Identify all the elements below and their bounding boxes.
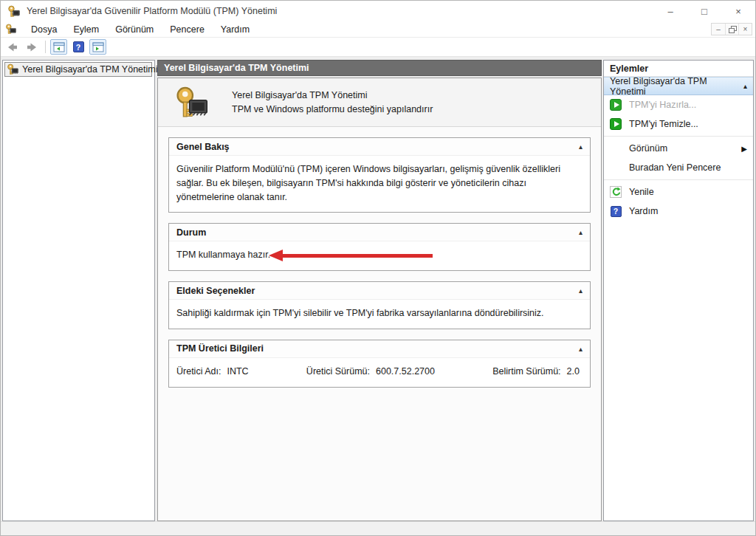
help-icon: ? bbox=[73, 41, 84, 52]
show-console-tree-button[interactable] bbox=[50, 39, 67, 55]
actions-divider bbox=[604, 179, 753, 180]
menu-eylem[interactable]: Eylem bbox=[66, 23, 106, 36]
mdi-close-button[interactable]: × bbox=[738, 24, 752, 35]
collapse-icon[interactable]: ▴ bbox=[579, 228, 583, 236]
help-button[interactable]: ? bbox=[69, 39, 88, 55]
submenu-arrow-icon: ▶ bbox=[741, 145, 747, 153]
tpm-management-window: Yerel Bilgisayar'da Güvenilir Platform M… bbox=[0, 0, 756, 536]
field-value: 600.7.52.2700 bbox=[376, 366, 435, 377]
window-title: Yerel Bilgisayar'da Güvenilir Platform M… bbox=[27, 6, 277, 16]
tpm-key-icon bbox=[5, 24, 16, 35]
mdi-minimize-button[interactable]: – bbox=[712, 24, 725, 35]
menu-dosya[interactable]: Dosya bbox=[24, 23, 64, 36]
section-manufacturer: TPM Üretici Bilgileri ▴ Üretici Adı:INTC… bbox=[168, 340, 591, 388]
actions-panel-title: Eylemler bbox=[604, 61, 753, 77]
collapse-icon[interactable]: ▴ bbox=[579, 286, 583, 295]
actions-group-header[interactable]: Yerel Bilgisayar'da TPM Yönetimi ▴ bbox=[604, 77, 753, 95]
toolbar: ? bbox=[1, 38, 755, 57]
center-panel: Yerel Bilgisayar'da TPM Yönetimi Yerel B… bbox=[157, 60, 602, 521]
field-value: INTC bbox=[227, 366, 248, 377]
field-label: Üretici Adı: bbox=[176, 366, 221, 377]
annotation-red-arrow bbox=[269, 250, 433, 261]
red-arrow-head bbox=[269, 250, 283, 261]
banner-text: Yerel Bilgisayar'da TPM Yönetimi TPM ve … bbox=[232, 89, 433, 115]
forward-arrow-icon bbox=[27, 41, 38, 53]
manufacturer-fields: Üretici Adı:INTC Üretici Sürümü:600.7.52… bbox=[176, 365, 583, 379]
action-label: Görünüm bbox=[629, 143, 667, 154]
minimize-button[interactable]: – bbox=[653, 1, 687, 21]
field-manufacturer-name: Üretici Adı:INTC bbox=[176, 365, 249, 379]
back-button[interactable] bbox=[2, 39, 21, 55]
menu-bar: Dosya Eylem Görünüm Pencere Yardım – × bbox=[1, 21, 755, 38]
tpm-banner: Yerel Bilgisayar'da TPM Yönetimi TPM ve … bbox=[158, 78, 601, 127]
action-prepare-tpm: TPM'yi Hazırla... bbox=[604, 95, 753, 114]
back-arrow-icon bbox=[6, 41, 18, 53]
section-title: Genel Bakış bbox=[176, 142, 230, 152]
banner-title: Yerel Bilgisayar'da TPM Yönetimi bbox=[232, 89, 433, 102]
mdi-window-controls: – × bbox=[711, 23, 752, 35]
menu-pencere[interactable]: Pencere bbox=[162, 23, 212, 36]
section-options: Eldeki Seçenekler ▴ Sahipliği kaldırmak … bbox=[168, 281, 591, 329]
action-label: Buradan Yeni Pencere bbox=[629, 162, 721, 173]
new-window-button[interactable] bbox=[89, 39, 106, 55]
section-title: Eldeki Seçenekler bbox=[176, 286, 255, 296]
maximize-button[interactable]: □ bbox=[687, 1, 721, 21]
action-label: TPM'yi Temizle... bbox=[629, 119, 698, 129]
section-status-body: TPM kullanmaya hazır. bbox=[169, 241, 590, 270]
status-text: TPM kullanmaya hazır. bbox=[176, 250, 270, 260]
tree-item-label: Yerel Bilgisayar'da TPM Yönetimi bbox=[22, 64, 158, 75]
action-refresh[interactable]: Yenile bbox=[604, 182, 753, 202]
field-label: Üretici Sürümü: bbox=[306, 366, 370, 377]
restore-icon bbox=[729, 26, 736, 32]
section-overview-body: Güvenilir Platform Modülü'nü (TPM) içere… bbox=[169, 156, 590, 212]
center-panel-body: Yerel Bilgisayar'da TPM Yönetimi TPM ve … bbox=[157, 78, 602, 521]
action-clear-tpm[interactable]: TPM'yi Temizle... bbox=[604, 114, 753, 134]
collapse-icon[interactable]: ▴ bbox=[579, 345, 583, 353]
collapse-icon: ▴ bbox=[743, 82, 747, 90]
section-options-body: Sahipliği kaldırmak için TPM'yi silebili… bbox=[169, 300, 590, 329]
help-icon: ? bbox=[610, 205, 622, 217]
workspace: Yerel Bilgisayar'da TPM Yönetimi Yerel B… bbox=[1, 57, 755, 523]
action-label: Yenile bbox=[629, 187, 654, 197]
window-controls: – □ × bbox=[653, 1, 755, 21]
status-strip bbox=[1, 521, 755, 535]
section-manufacturer-body: Üretici Adı:INTC Üretici Sürümü:600.7.52… bbox=[169, 358, 590, 387]
action-new-window-from-here[interactable]: Buradan Yeni Pencere bbox=[604, 158, 753, 177]
action-label: TPM'yi Hazırla... bbox=[629, 100, 696, 110]
section-title: Durum bbox=[176, 227, 206, 238]
action-help[interactable]: ? Yardım bbox=[604, 202, 753, 221]
field-value: 2.0 bbox=[567, 366, 580, 377]
tpm-key-chip-icon bbox=[174, 86, 208, 120]
menu-yardim[interactable]: Yardım bbox=[213, 23, 257, 36]
green-arrow-icon bbox=[610, 99, 622, 111]
forward-button[interactable] bbox=[23, 39, 42, 55]
actions-panel: Eylemler Yerel Bilgisayar'da TPM Yönetim… bbox=[603, 60, 754, 521]
mdi-restore-button[interactable] bbox=[725, 24, 738, 35]
tpm-key-icon bbox=[7, 63, 18, 75]
section-options-header[interactable]: Eldeki Seçenekler ▴ bbox=[169, 282, 590, 300]
red-arrow-shaft bbox=[283, 254, 433, 258]
field-label: Belirtim Sürümü: bbox=[492, 366, 560, 377]
menu-gorunum[interactable]: Görünüm bbox=[108, 23, 161, 36]
section-status-header[interactable]: Durum ▴ bbox=[169, 224, 590, 241]
green-arrow-icon bbox=[610, 118, 622, 130]
section-overview: Genel Bakış ▴ Güvenilir Platform Modülü'… bbox=[168, 137, 591, 213]
actions-group-label: Yerel Bilgisayar'da TPM Yönetimi bbox=[610, 76, 743, 97]
section-title: TPM Üretici Bilgileri bbox=[176, 343, 264, 354]
console-tree-panel: Yerel Bilgisayar'da TPM Yönetimi bbox=[2, 60, 155, 521]
field-manufacturer-version: Üretici Sürümü:600.7.52.2700 bbox=[306, 365, 435, 379]
new-window-icon bbox=[92, 41, 104, 53]
tree-item-tpm-management[interactable]: Yerel Bilgisayar'da TPM Yönetimi bbox=[4, 62, 152, 77]
toolbar-separator bbox=[45, 41, 46, 53]
title-bar: Yerel Bilgisayar'da Güvenilir Platform M… bbox=[1, 1, 755, 21]
action-view[interactable]: Görünüm ▶ bbox=[604, 139, 753, 158]
close-button[interactable]: × bbox=[721, 1, 755, 21]
banner-subtitle: TPM ve Windows platformu desteğini yapıl… bbox=[232, 103, 433, 116]
field-spec-version: Belirtim Sürümü:2.0 bbox=[492, 365, 580, 379]
action-label: Yardım bbox=[629, 206, 658, 216]
collapse-icon[interactable]: ▴ bbox=[579, 142, 583, 151]
section-overview-header[interactable]: Genel Bakış ▴ bbox=[169, 138, 590, 156]
section-manufacturer-header[interactable]: TPM Üretici Bilgileri ▴ bbox=[169, 340, 590, 358]
actions-divider bbox=[604, 136, 753, 137]
menu-items: Dosya Eylem Görünüm Pencere Yardım bbox=[24, 23, 257, 36]
